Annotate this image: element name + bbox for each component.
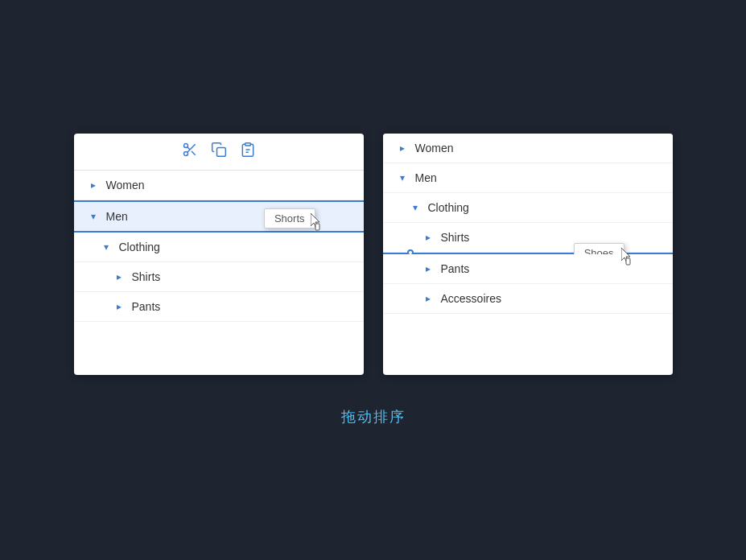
left-item-clothing-label: Clothing <box>119 241 160 253</box>
cursor-left <box>311 213 325 231</box>
svg-point-1 <box>183 152 188 156</box>
right-item-clothing-label: Clothing <box>428 201 469 214</box>
svg-line-4 <box>187 147 189 150</box>
left-panel-wrapper: ▸ Women ▾ Men Shorts ▾ Clothing <box>74 134 364 375</box>
left-item-shirts[interactable]: ▸ Shirts <box>74 262 364 292</box>
chevron-right-icon-r-women: ▸ <box>396 142 409 154</box>
chevron-down-icon-r-clothing: ▾ <box>409 202 422 213</box>
chevron-down-icon-clothing: ▾ <box>100 241 113 253</box>
clipboard-icon[interactable] <box>240 142 256 162</box>
left-tree-panel: ▸ Women ▾ Men Shorts ▾ Clothing <box>74 134 364 375</box>
right-item-men-label: Men <box>415 171 437 184</box>
right-item-pants-label: Pants <box>441 262 470 275</box>
copy-icon[interactable] <box>211 142 227 162</box>
demo-area: ▸ Women ▾ Men Shorts ▾ Clothing <box>74 134 673 375</box>
left-item-men-label: Men <box>106 210 128 223</box>
drag-ghost-left: Shorts <box>264 208 315 229</box>
right-item-men[interactable]: ▾ Men <box>383 163 673 193</box>
left-item-women[interactable]: ▸ Women <box>74 171 364 200</box>
svg-rect-6 <box>245 143 250 146</box>
left-item-pants[interactable]: ▸ Pants <box>74 292 364 322</box>
svg-marker-9 <box>311 213 319 229</box>
left-item-shirts-label: Shirts <box>132 270 161 283</box>
footer-label: 拖动排序 <box>341 407 406 426</box>
chevron-right-icon-shirts: ▸ <box>113 271 126 282</box>
right-panel-wrapper: ▸ Women ▾ Men ▾ Clothing ▸ Shirts <box>383 134 673 375</box>
right-item-women[interactable]: ▸ Women <box>383 134 673 163</box>
right-tree-panel: ▸ Women ▾ Men ▾ Clothing ▸ Shirts <box>383 134 673 375</box>
right-item-accessoires-label: Accessoires <box>441 292 501 305</box>
svg-rect-10 <box>315 224 319 230</box>
right-item-shirts-label: Shirts <box>441 231 470 244</box>
chevron-down-icon: ▾ <box>87 211 100 222</box>
right-item-pants[interactable]: ▸ Pants <box>383 254 673 284</box>
svg-point-0 <box>183 144 188 148</box>
right-item-women-label: Women <box>415 142 454 154</box>
right-item-clothing[interactable]: ▾ Clothing <box>383 193 673 223</box>
chevron-right-icon-r-accessoires: ▸ <box>422 293 435 304</box>
scissors-icon[interactable] <box>182 142 198 162</box>
chevron-right-icon-r-shirts: ▸ <box>422 232 435 243</box>
chevron-down-icon-r-men: ▾ <box>396 172 409 183</box>
right-item-shirts[interactable]: ▸ Shirts <box>383 223 673 253</box>
left-item-women-label: Women <box>106 179 145 191</box>
chevron-right-icon-pants: ▸ <box>113 301 126 312</box>
left-item-pants-label: Pants <box>132 300 161 313</box>
right-item-accessoires[interactable]: ▸ Accessoires <box>383 284 673 314</box>
svg-line-3 <box>192 151 196 155</box>
chevron-right-icon-r-pants: ▸ <box>422 263 435 274</box>
left-item-men[interactable]: ▾ Men Shorts <box>74 200 364 233</box>
left-toolbar <box>74 134 364 171</box>
svg-rect-5 <box>216 148 225 157</box>
left-item-clothing[interactable]: ▾ Clothing <box>74 233 364 262</box>
chevron-right-icon: ▸ <box>87 179 100 191</box>
